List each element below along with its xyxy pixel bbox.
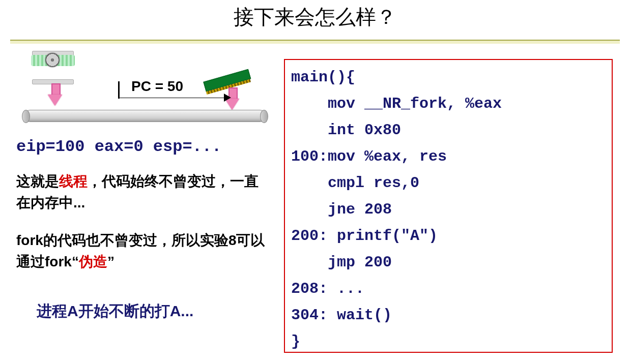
text: ” bbox=[107, 254, 114, 269]
pc-arrow-line bbox=[118, 98, 225, 98]
bus-pipe bbox=[24, 110, 266, 122]
arrow-right-icon bbox=[224, 94, 231, 102]
code-block: main(){ mov __NR_fork, %eax int 0x80 100… bbox=[284, 59, 613, 353]
page-title: 接下来会怎么样？ bbox=[0, 3, 630, 31]
registers-text: eip=100 eax=0 esp=... bbox=[16, 137, 221, 156]
conclusion-text: 进程A开始不断的打A... bbox=[37, 301, 193, 322]
text: 这就是 bbox=[16, 173, 59, 189]
explanation-2: fork的代码也不曾变过，所以实验8可以通过fork“伪造” bbox=[16, 230, 271, 272]
cpu-icon bbox=[30, 51, 76, 84]
cpu-memory-diagram: PC = 50 bbox=[24, 51, 269, 127]
pc-label: PC = 50 bbox=[131, 78, 183, 95]
explanation-1: 这就是线程，代码始终不曾变过，一直在内存中... bbox=[16, 171, 271, 214]
keyword-thread: 线程 bbox=[59, 173, 88, 189]
title-divider bbox=[10, 40, 620, 44]
arrow-down-icon bbox=[49, 83, 61, 108]
keyword-forge: 伪造 bbox=[79, 254, 107, 269]
pc-arrow-line bbox=[118, 81, 120, 99]
text: fork的代码也不曾变过，所以实验8可以通过fork“ bbox=[16, 232, 265, 269]
